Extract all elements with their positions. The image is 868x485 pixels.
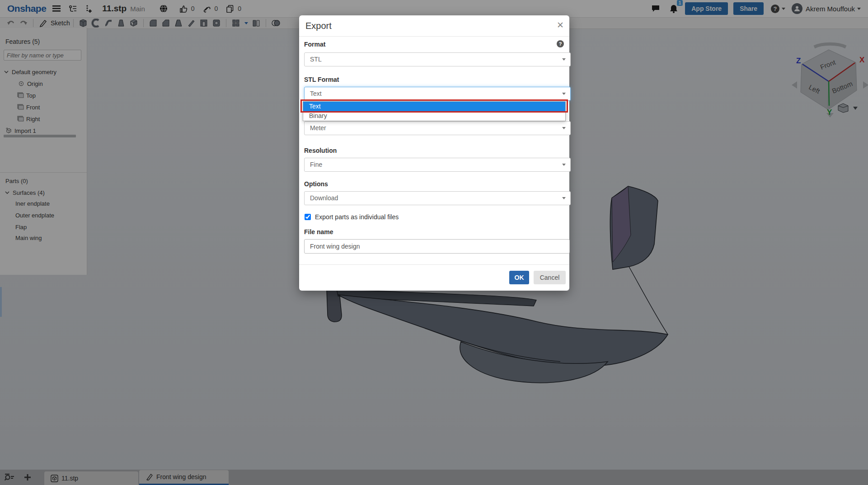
resolution-select[interactable]: Fine bbox=[304, 158, 571, 172]
divider bbox=[299, 36, 569, 37]
format-help-icon[interactable]: ? bbox=[557, 40, 564, 47]
format-value: STL bbox=[310, 56, 322, 63]
export-individual-files-row: Export parts as individual files bbox=[304, 213, 399, 221]
select-caret-icon bbox=[562, 127, 566, 129]
divider bbox=[299, 264, 569, 265]
options-value: Download bbox=[310, 194, 338, 202]
file-name-label: File name bbox=[304, 228, 333, 235]
export-dialog: Export ✕ Format ? STL STL Format Text Te… bbox=[299, 15, 569, 291]
dialog-title: Export bbox=[305, 21, 332, 31]
stl-format-label: STL Format bbox=[304, 76, 339, 83]
cancel-button[interactable]: Cancel bbox=[534, 271, 566, 284]
select-caret-icon bbox=[562, 93, 566, 95]
stl-format-select[interactable]: Text bbox=[304, 87, 571, 101]
export-individual-checkbox[interactable] bbox=[305, 214, 311, 220]
select-caret-icon bbox=[562, 197, 566, 199]
options-select[interactable]: Download bbox=[304, 191, 571, 205]
select-caret-icon bbox=[562, 58, 566, 61]
ok-button[interactable]: OK bbox=[509, 271, 529, 284]
options-label: Options bbox=[304, 180, 328, 188]
stl-format-value: Text bbox=[310, 90, 322, 97]
resolution-label: Resolution bbox=[304, 147, 337, 154]
file-name-input[interactable] bbox=[304, 239, 570, 254]
dropdown-option-binary[interactable]: Binary bbox=[303, 111, 565, 121]
units-select[interactable]: Meter bbox=[304, 121, 571, 135]
checkbox-label: Export parts as individual files bbox=[315, 213, 399, 221]
onshape-app: Front Left Bottom Z X Y Onshape 11 bbox=[0, 0, 868, 485]
units-value: Meter bbox=[310, 124, 326, 132]
close-icon[interactable]: ✕ bbox=[557, 20, 564, 30]
select-caret-icon bbox=[562, 164, 566, 166]
format-select[interactable]: STL bbox=[304, 52, 571, 66]
resolution-value: Fine bbox=[310, 161, 322, 168]
format-label: Format bbox=[304, 41, 325, 48]
stl-format-dropdown: Text Binary bbox=[303, 101, 566, 121]
dropdown-option-text[interactable]: Text bbox=[303, 102, 565, 111]
